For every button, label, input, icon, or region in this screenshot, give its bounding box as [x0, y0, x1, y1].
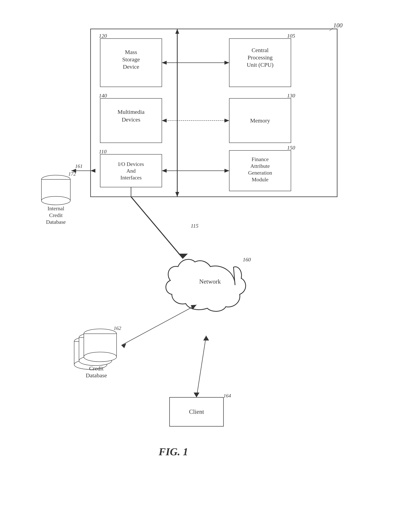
finance-label: Finance	[252, 156, 269, 162]
arrow-client-network	[203, 336, 209, 341]
io-label: I/O Devices	[118, 161, 144, 167]
bold-arrow-head	[178, 254, 188, 258]
ref-130: 130	[287, 93, 295, 99]
ref-150: 150	[287, 145, 295, 151]
ref-160: 160	[243, 256, 251, 263]
cpu-label: Central	[252, 47, 269, 53]
svg-text:Module: Module	[252, 177, 268, 183]
arrow-network-client	[194, 393, 199, 397]
ref-164: 164	[224, 393, 231, 399]
ref-105: 105	[287, 33, 295, 39]
internal-db-bottom-ellipse	[41, 196, 70, 205]
svg-text:Credit: Credit	[49, 212, 63, 218]
cloud-path	[166, 259, 246, 311]
svg-text:Attribute: Attribute	[250, 163, 270, 169]
svg-text:Unit (CPU): Unit (CPU)	[247, 62, 273, 68]
ref-162: 162	[114, 325, 121, 331]
multimedia-label: Multimedia	[118, 108, 144, 115]
memory-label: Memory	[250, 117, 270, 124]
svg-text:Database: Database	[86, 372, 107, 379]
svg-text:Devices: Devices	[122, 116, 141, 123]
network-cloud: Network	[166, 259, 246, 311]
svg-text:Device: Device	[123, 63, 139, 70]
ref-100: 100	[333, 22, 343, 29]
ref-161: 161	[75, 163, 83, 169]
svg-text:And: And	[126, 168, 136, 174]
ref-110: 110	[99, 148, 106, 155]
client-label: Client	[189, 408, 204, 415]
ref-120: 120	[99, 33, 107, 39]
internal-db-label: Internal	[47, 205, 64, 211]
diagram-container: 100 Mass Storage Device 120 Central Proc…	[38, 12, 382, 494]
fig-label: FIG. 1	[158, 446, 188, 457]
client-to-network-arrow	[196, 336, 206, 397]
ref-172: 172	[68, 171, 76, 177]
svg-text:Interfaces: Interfaces	[120, 175, 142, 181]
credit-db-front-bottom	[84, 352, 117, 362]
db-to-network-arrow	[121, 305, 196, 345]
network-label: Network	[199, 278, 221, 285]
svg-text:Generation: Generation	[248, 170, 272, 176]
bold-arrow-shaft	[131, 197, 183, 258]
svg-text:Database: Database	[46, 219, 66, 225]
mass-storage-box	[100, 39, 162, 87]
diagram-svg: 100 Mass Storage Device 120 Central Proc…	[38, 12, 382, 494]
mass-storage-label: Mass	[125, 49, 137, 55]
ref-140: 140	[99, 93, 107, 99]
ref-115: 115	[191, 223, 198, 229]
svg-text:Processing: Processing	[248, 54, 273, 61]
svg-text:Storage: Storage	[122, 56, 140, 62]
credit-db-label: Credit	[89, 365, 104, 372]
